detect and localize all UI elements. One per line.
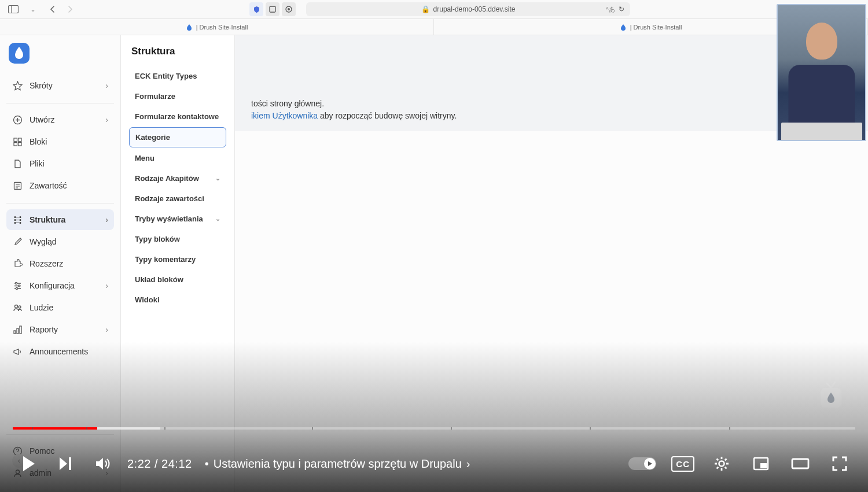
brand-tv-icon <box>818 380 844 411</box>
submenu-eck[interactable]: ECK Entity Types <box>129 66 226 86</box>
submenu-menu[interactable]: Menu <box>129 149 226 168</box>
svg-point-18 <box>18 284 20 286</box>
submenu-label: Widoki <box>135 295 160 304</box>
sidebar-item-announcements[interactable]: Announcements <box>6 341 114 362</box>
divider <box>6 434 114 435</box>
svg-point-11 <box>14 216 16 218</box>
svg-rect-24 <box>20 326 21 334</box>
sidebar-label: Rozszerz <box>30 259 108 268</box>
chevron-right-icon: › <box>105 325 108 334</box>
chevron-right-icon: › <box>105 281 108 290</box>
sidebar-item-create[interactable]: Utwórz › <box>6 109 114 130</box>
progress-played <box>13 427 97 430</box>
settings-button[interactable] <box>709 452 734 476</box>
next-button[interactable] <box>53 452 78 476</box>
translate-icon[interactable]: ᴬあ <box>606 5 615 14</box>
miniplayer-button[interactable] <box>749 452 773 476</box>
sidebar-item-configuration[interactable]: Konfiguracja › <box>6 275 114 296</box>
submenu-contact-forms[interactable]: Formularze kontaktowe <box>129 107 226 126</box>
plus-circle-icon <box>12 114 23 125</box>
submenu-block-layout[interactable]: Układ bloków <box>129 270 226 289</box>
sidebar-item-structure[interactable]: Struktura › <box>6 209 114 230</box>
chapter-title[interactable]: • Ustawienia typu i parametrów sprzętu w… <box>205 457 470 471</box>
content-icon <box>12 180 23 191</box>
svg-rect-28 <box>69 457 71 470</box>
submenu-taxonomy[interactable]: Kategorie <box>129 127 226 147</box>
sidebar-item-shortcuts[interactable]: Skróty › <box>6 75 114 96</box>
sidebar-label: Announcements <box>30 347 108 356</box>
submenu-paragraph-types[interactable]: Rodzaje Akapitów⌄ <box>129 169 226 188</box>
sidebar-label: Pliki <box>30 159 108 168</box>
svg-rect-2 <box>270 6 275 12</box>
svg-rect-0 <box>9 6 19 13</box>
svg-point-29 <box>719 461 724 467</box>
divider <box>6 103 114 103</box>
chevron-right-icon: › <box>466 457 470 471</box>
submenu-block-types[interactable]: Typy bloków <box>129 230 226 249</box>
svg-rect-22 <box>14 331 16 334</box>
extension-icon-1[interactable] <box>266 2 279 16</box>
fullscreen-button[interactable] <box>827 452 852 476</box>
chapter-marker <box>451 427 452 430</box>
submenu-label: Kategorie <box>135 133 170 142</box>
sidebar-label: Bloki <box>30 137 108 146</box>
submenu-label: Formularze <box>135 92 175 101</box>
sidebar-item-blocks[interactable]: Bloki <box>6 131 114 152</box>
submenu-views[interactable]: Widoki <box>129 290 226 309</box>
submenu-forms[interactable]: Formularze <box>129 87 226 106</box>
autoplay-toggle[interactable] <box>628 457 656 470</box>
sidebar-toggle-icon[interactable] <box>7 3 20 16</box>
url-bar[interactable]: 🔒 drupal-demo-005.ddev.site ᴬあ ↻ <box>306 2 630 16</box>
captions-button[interactable]: CC <box>671 456 694 472</box>
content-header: tości strony głównej. ikiem Użytkownika … <box>235 35 868 131</box>
brush-icon <box>12 236 23 247</box>
autoplay-knob <box>644 458 656 469</box>
drupal-logo[interactable] <box>9 43 30 64</box>
sliders-icon <box>12 280 23 291</box>
blocks-icon <box>12 136 23 147</box>
forward-button[interactable] <box>64 3 76 16</box>
body-text-1: tości strony głównej. <box>251 99 324 108</box>
chevron-right-icon: › <box>105 215 108 224</box>
svg-point-17 <box>15 282 17 284</box>
sidebar-item-reports[interactable]: Raporty › <box>6 319 114 340</box>
sidebar-item-extend[interactable]: Rozszerz <box>6 253 114 274</box>
main-content: tości strony głównej. ikiem Użytkownika … <box>235 35 868 492</box>
submenu-content-types[interactable]: Rodzaje zawartości <box>129 189 226 208</box>
play-button[interactable] <box>16 452 41 476</box>
current-time: 2:22 <box>127 457 151 470</box>
theater-button[interactable] <box>788 452 812 476</box>
reports-icon <box>12 324 23 335</box>
sidebar-item-people[interactable]: Ludzie <box>6 297 114 318</box>
back-button[interactable] <box>46 3 59 16</box>
url-text: drupal-demo-005.ddev.site <box>433 5 516 13</box>
svg-rect-7 <box>18 138 21 142</box>
submenu-display-modes[interactable]: Tryby wyświetlania⌄ <box>129 209 226 228</box>
sidebar-item-appearance[interactable]: Wygląd <box>6 231 114 252</box>
sidebar-item-content[interactable]: Zawartość <box>6 175 114 196</box>
svg-point-15 <box>19 219 21 221</box>
reload-icon[interactable]: ↻ <box>619 5 624 14</box>
svg-rect-9 <box>18 142 21 146</box>
volume-button[interactable] <box>90 452 115 476</box>
structure-submenu: Struktura ECK Entity Types Formularze Fo… <box>121 35 235 492</box>
sidebar-item-files[interactable]: Pliki <box>6 153 114 174</box>
extension-icon-2[interactable] <box>282 2 296 16</box>
submenu-comment-types[interactable]: Typy komentarzy <box>129 250 226 269</box>
user-guide-link[interactable]: ikiem Użytkownika <box>251 111 318 120</box>
svg-point-4 <box>288 8 290 10</box>
svg-rect-23 <box>17 328 19 334</box>
total-time: 24:12 <box>161 457 192 470</box>
shield-icon[interactable] <box>249 2 263 16</box>
submenu-label: Rodzaje zawartości <box>135 194 204 203</box>
structure-icon <box>12 214 23 225</box>
video-progress-bar[interactable] <box>13 427 855 430</box>
megaphone-icon <box>12 346 23 357</box>
svg-point-19 <box>16 287 17 289</box>
browser-tab-bar: | Drush Site-Install | Drush Site-Instal… <box>0 19 868 35</box>
sidebar-label: Struktura <box>30 215 98 224</box>
svg-rect-32 <box>792 459 808 468</box>
chapter-marker <box>164 427 165 430</box>
browser-tab-1[interactable]: | Drush Site-Install <box>0 19 434 35</box>
tab-dropdown-icon[interactable]: ⌄ <box>27 3 39 16</box>
